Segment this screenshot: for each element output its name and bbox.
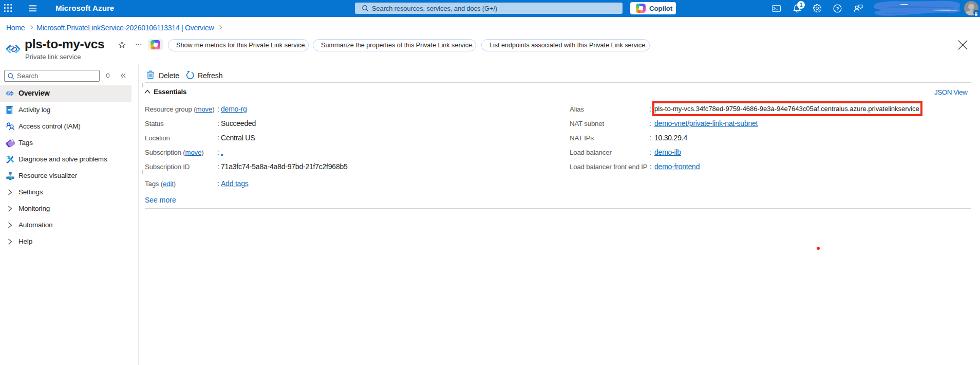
svg-text:?: ? (836, 6, 839, 11)
